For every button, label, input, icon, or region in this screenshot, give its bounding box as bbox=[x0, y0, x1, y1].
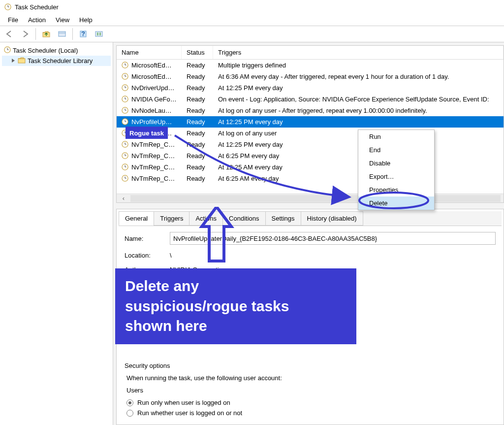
tab-settings[interactable]: Settings bbox=[265, 211, 301, 226]
clock-icon bbox=[4, 46, 11, 55]
radio-icon bbox=[126, 399, 133, 406]
ctx-disable[interactable]: Disable bbox=[358, 157, 434, 170]
window-titlebar: Task Scheduler bbox=[0, 0, 504, 14]
task-row[interactable]: NvDriverUpd…ReadyAt 12:25 PM every day bbox=[117, 82, 504, 94]
task-row[interactable]: NVIDIA GeFo…ReadyOn event - Log: Applica… bbox=[117, 94, 504, 105]
task-name: NvTmRep_Cr… bbox=[131, 175, 177, 182]
tab-triggers[interactable]: Triggers bbox=[154, 211, 189, 226]
task-context-menu: RunEndDisableExport…PropertiesDelete bbox=[358, 130, 435, 210]
ctx-end[interactable]: End bbox=[358, 143, 434, 157]
menu-help[interactable]: Help bbox=[74, 15, 97, 25]
radio-icon bbox=[126, 410, 133, 417]
task-name: NvTmRep_Cr… bbox=[131, 141, 177, 148]
task-row[interactable]: NvProfileUp…ReadyAt 12:25 PM every day bbox=[117, 116, 504, 128]
task-row[interactable]: NvTmRep_Cr…ReadyAt 12:25 PM every day bbox=[117, 139, 504, 150]
annotation-instruction-box: Delete any suspicious/rogue tasks shown … bbox=[115, 268, 356, 344]
ctx-properties[interactable]: Properties bbox=[358, 183, 434, 196]
tree-pane: Task Scheduler (Local) Task Scheduler Li… bbox=[0, 42, 113, 425]
help-button[interactable]: ? bbox=[76, 27, 91, 41]
task-status: Ready bbox=[182, 163, 213, 171]
back-button[interactable] bbox=[2, 27, 17, 41]
task-row[interactable]: MicrosoftEd…ReadyAt 6:36 AM every day - … bbox=[117, 71, 504, 82]
radio-run-whether[interactable]: Run whether user is logged on or not bbox=[126, 409, 496, 417]
svg-rect-5 bbox=[59, 32, 65, 36]
task-status: Ready bbox=[182, 141, 213, 148]
forward-button[interactable] bbox=[18, 27, 32, 41]
task-name: NvNodeLau… bbox=[131, 107, 172, 114]
task-row[interactable]: NvTmRep_Cr…ReadyAt 12:25 AM every day bbox=[117, 162, 504, 173]
refresh-button[interactable] bbox=[92, 27, 106, 41]
task-list-header: Name Status Triggers bbox=[117, 46, 504, 60]
task-status: Ready bbox=[182, 84, 213, 92]
radio-run-only-logged[interactable]: Run only when user is logged on bbox=[126, 399, 496, 406]
toolbar: ? bbox=[0, 26, 504, 42]
task-name: NvDriverUpd… bbox=[131, 84, 174, 92]
task-status: Ready bbox=[182, 175, 213, 182]
task-clock-icon bbox=[122, 118, 129, 126]
task-row[interactable]: NvTmRep_Cr…ReadyAt 6:25 AM every day bbox=[117, 173, 504, 184]
right-pane: Name Status Triggers MicrosoftEd…ReadyMu… bbox=[113, 42, 504, 425]
task-name: NvProfileUp… bbox=[131, 118, 172, 126]
task-status: Ready bbox=[182, 130, 213, 137]
tab-history-disabled-[interactable]: History (disabled) bbox=[301, 211, 363, 226]
name-label: Name: bbox=[125, 235, 164, 242]
up-folder-button[interactable] bbox=[39, 27, 54, 41]
task-trigger: At 12:25 PM every day bbox=[213, 84, 504, 92]
task-rows: MicrosoftEd…ReadyMultiple triggers defin… bbox=[117, 60, 504, 192]
task-row[interactable]: NvNodeLau…ReadyAt log on of any user - A… bbox=[117, 105, 504, 116]
svg-rect-10 bbox=[97, 33, 98, 35]
menu-file[interactable]: File bbox=[3, 15, 23, 25]
task-trigger: On event - Log: Application, Source: NVI… bbox=[213, 96, 504, 103]
security-users-text: Users bbox=[126, 387, 496, 394]
details-tabs: GeneralTriggersActionsConditionsSettings… bbox=[119, 211, 502, 226]
col-name[interactable]: Name bbox=[117, 46, 182, 59]
ctx-delete[interactable]: Delete bbox=[358, 196, 434, 210]
task-name: NVIDIA GeFo… bbox=[131, 96, 177, 103]
task-list: Name Status Triggers MicrosoftEd…ReadyMu… bbox=[116, 45, 504, 203]
ctx-run[interactable]: Run bbox=[358, 130, 434, 143]
scroll-left-icon[interactable]: ‹ bbox=[120, 195, 127, 202]
task-status: Ready bbox=[182, 96, 213, 103]
task-row[interactable]: NvTmRep_Cr…ReadyAt 6:25 PM every day bbox=[117, 150, 504, 162]
toolbar-divider bbox=[72, 28, 73, 40]
radio-run-only-logged-label: Run only when user is logged on bbox=[137, 399, 230, 406]
task-clock-icon bbox=[122, 73, 129, 81]
task-status: Ready bbox=[182, 62, 213, 69]
task-clock-icon bbox=[122, 175, 129, 183]
list-h-scrollbar[interactable]: ‹ bbox=[117, 194, 504, 202]
tree-library-label: Task Scheduler Library bbox=[28, 57, 93, 65]
svg-rect-15 bbox=[18, 59, 25, 63]
security-options-title: Security options bbox=[125, 362, 496, 369]
svg-rect-11 bbox=[99, 33, 101, 35]
chevron-right-icon bbox=[11, 57, 16, 65]
task-status: Ready bbox=[182, 152, 213, 160]
col-status[interactable]: Status bbox=[182, 46, 213, 59]
menu-bar: File Action View Help bbox=[0, 14, 504, 26]
properties-button[interactable] bbox=[55, 27, 69, 41]
scroll-track[interactable] bbox=[130, 195, 501, 202]
tree-root[interactable]: Task Scheduler (Local) bbox=[2, 45, 111, 56]
tab-general[interactable]: General bbox=[119, 211, 154, 226]
task-clock-icon bbox=[122, 141, 129, 149]
location-label: Location: bbox=[125, 252, 164, 259]
task-clock-icon bbox=[122, 84, 129, 92]
task-row[interactable]: MicrosoftEd…ReadyMultiple triggers defin… bbox=[117, 60, 504, 71]
task-clock-icon bbox=[122, 62, 129, 69]
ctx-export[interactable]: Export… bbox=[358, 170, 434, 183]
task-name: NvTmRep_Cr… bbox=[131, 163, 177, 171]
main-area: Task Scheduler (Local) Task Scheduler Li… bbox=[0, 42, 504, 425]
task-trigger: Multiple triggers defined bbox=[213, 62, 504, 69]
task-name: MicrosoftEd… bbox=[131, 73, 172, 80]
task-clock-icon bbox=[122, 107, 129, 115]
task-trigger: At 12:25 PM every day bbox=[213, 118, 504, 126]
annotation-rogue-label: Rogue task bbox=[126, 127, 168, 139]
task-trigger: At log on of any user - After triggered,… bbox=[213, 107, 504, 114]
menu-view[interactable]: View bbox=[51, 15, 74, 25]
security-when-text: When running the task, use the following… bbox=[126, 374, 496, 382]
task-name: NvTmRep_Cr… bbox=[131, 152, 177, 160]
task-row[interactable]: NvProfileUp…ReadyAt log on of any user bbox=[117, 128, 504, 139]
tree-library[interactable]: Task Scheduler Library bbox=[2, 56, 111, 66]
menu-action[interactable]: Action bbox=[23, 15, 51, 25]
col-triggers[interactable]: Triggers bbox=[213, 46, 504, 59]
svg-rect-9 bbox=[95, 32, 102, 36]
